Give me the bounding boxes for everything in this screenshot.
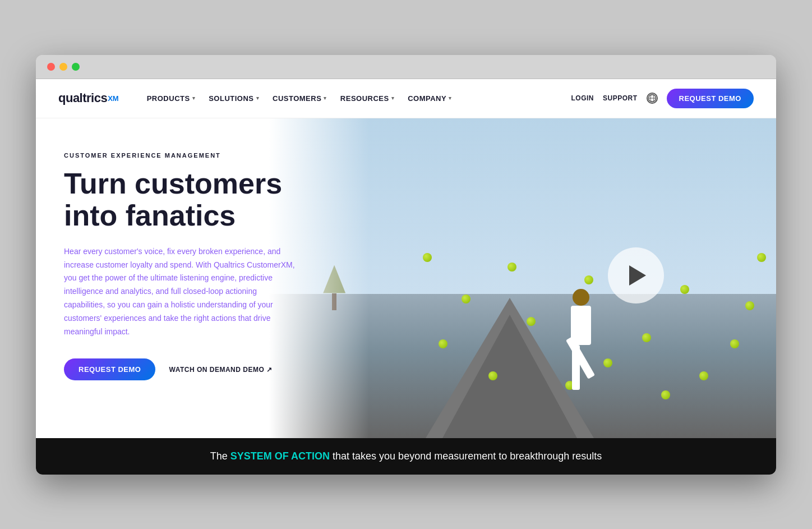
nav-label-customers: CUSTOMERS — [273, 94, 321, 103]
tennis-ball — [661, 390, 670, 399]
hero-headline-line2: into fanatics — [64, 199, 236, 232]
logo-xm: XM — [108, 94, 119, 103]
bottom-banner-text: The SYSTEM OF ACTION that takes you beyo… — [210, 450, 602, 462]
browser-minimize-dot[interactable] — [59, 63, 67, 71]
nav-label-company: COMPANY — [408, 94, 446, 103]
hero-content: CUSTOMER EXPERIENCE MANAGEMENT Turn cust… — [36, 118, 327, 438]
tennis-ball — [462, 295, 470, 303]
nav-label-solutions: SOLUTIONS — [209, 94, 253, 103]
tennis-ball — [488, 371, 497, 380]
navbar-right: LOGIN SUPPORT REQUEST DEMO — [571, 89, 754, 108]
nav-link-products[interactable]: PRODUCTS ▾ — [141, 90, 201, 107]
support-link[interactable]: SUPPORT — [603, 94, 638, 102]
browser-close-dot[interactable] — [47, 63, 55, 71]
browser-titlebar — [36, 55, 776, 79]
tennis-ball — [584, 275, 593, 284]
hero-headline-line1: Turn customers — [64, 167, 282, 200]
bottom-banner-suffix: that takes you beyond measurement to bre… — [333, 450, 602, 462]
browser-content: qualtricsXM PRODUCTS ▾ SOLUTIONS ▾ — [36, 79, 776, 475]
tennis-ball — [730, 339, 739, 348]
request-demo-nav-button[interactable]: REQUEST DEMO — [667, 89, 754, 108]
tennis-ball — [423, 253, 432, 262]
nav-link-customers[interactable]: CUSTOMERS ▾ — [267, 90, 333, 107]
athlete-head — [573, 289, 589, 306]
hero-body-text: Hear every customer's voice, fix every b… — [64, 245, 299, 339]
tennis-ball — [507, 263, 516, 272]
athlete-legs — [572, 345, 590, 390]
chevron-down-icon-company: ▾ — [449, 95, 452, 101]
navbar: qualtricsXM PRODUCTS ▾ SOLUTIONS ▾ — [36, 79, 776, 118]
nav-item-customers[interactable]: CUSTOMERS ▾ — [267, 90, 333, 107]
tennis-ball — [680, 285, 689, 294]
bottom-banner-highlight: SYSTEM OF ACTION — [230, 450, 330, 462]
nav-item-resources[interactable]: RESOURCES ▾ — [335, 90, 400, 107]
tennis-ball — [527, 317, 536, 326]
hero-section: CUSTOMER EXPERIENCE MANAGEMENT Turn cust… — [36, 118, 776, 438]
logo-text: qualtrics — [58, 91, 107, 105]
play-button[interactable] — [608, 247, 664, 303]
nav-label-products: PRODUCTS — [147, 94, 190, 103]
athlete-figure — [571, 289, 591, 390]
chevron-down-icon-products: ▾ — [192, 95, 196, 101]
navbar-left: qualtricsXM PRODUCTS ▾ SOLUTIONS ▾ — [58, 90, 458, 107]
tennis-ball — [699, 371, 708, 380]
nav-label-resources: RESOURCES — [340, 94, 389, 103]
bottom-banner: The SYSTEM OF ACTION that takes you beyo… — [36, 438, 776, 475]
play-icon — [629, 265, 646, 286]
browser-fullscreen-dot[interactable] — [72, 63, 80, 71]
hero-eyebrow: CUSTOMER EXPERIENCE MANAGEMENT — [64, 152, 299, 159]
tennis-ball — [603, 358, 612, 367]
nav-links: PRODUCTS ▾ SOLUTIONS ▾ CUSTOMERS ▾ — [141, 90, 458, 107]
hero-headline: Turn customers into fanatics — [64, 168, 299, 232]
video-play-button-container — [608, 247, 664, 303]
tennis-ball — [745, 301, 754, 310]
nav-link-company[interactable]: COMPANY ▾ — [402, 90, 457, 107]
nav-item-products[interactable]: PRODUCTS ▾ — [141, 90, 201, 107]
login-link[interactable]: LOGIN — [571, 94, 594, 102]
tennis-ball — [757, 253, 766, 262]
nav-link-resources[interactable]: RESOURCES ▾ — [335, 90, 400, 107]
logo[interactable]: qualtricsXM — [58, 91, 119, 105]
bottom-banner-prefix: The — [210, 450, 230, 462]
language-selector-icon[interactable] — [647, 93, 658, 104]
nav-item-company[interactable]: COMPANY ▾ — [402, 90, 457, 107]
hero-actions: REQUEST DEMO WATCH ON DEMAND DEMO ↗ — [64, 358, 299, 380]
tennis-ball — [439, 339, 447, 348]
browser-window: qualtricsXM PRODUCTS ▾ SOLUTIONS ▾ — [36, 55, 776, 475]
chevron-down-icon-solutions: ▾ — [256, 95, 260, 101]
nav-item-solutions[interactable]: SOLUTIONS ▾ — [203, 90, 265, 107]
chevron-down-icon-customers: ▾ — [324, 95, 327, 101]
tennis-balls-container — [393, 118, 776, 438]
watch-demo-link[interactable]: WATCH ON DEMAND DEMO ↗ — [169, 366, 272, 374]
tennis-ball — [642, 333, 651, 342]
chevron-down-icon-resources: ▾ — [391, 95, 395, 101]
request-demo-hero-button[interactable]: REQUEST DEMO — [64, 358, 155, 380]
nav-link-solutions[interactable]: SOLUTIONS ▾ — [203, 90, 265, 107]
